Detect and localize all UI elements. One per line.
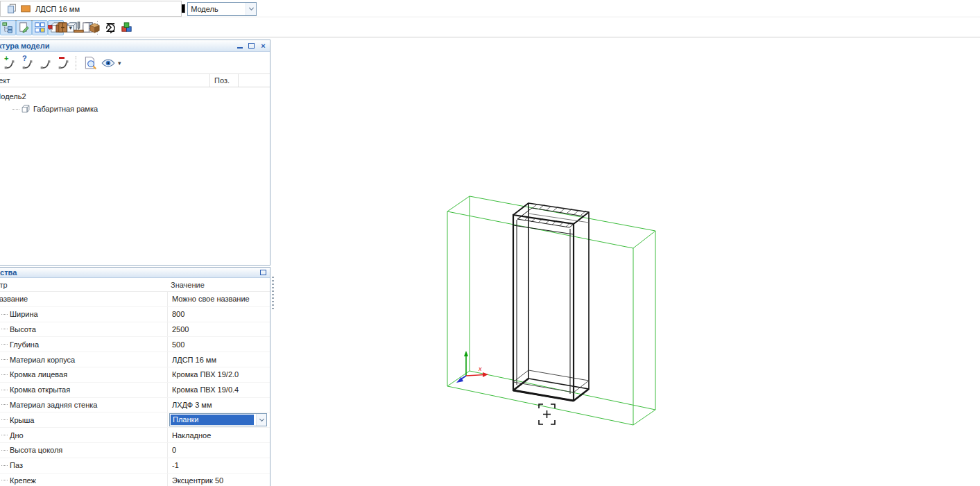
property-name: Материал задняя стенка	[10, 401, 97, 409]
property-row-roof[interactable]: Крыша Планки	[0, 413, 270, 428]
tree-leader	[1, 390, 8, 390]
tree-leader	[1, 314, 8, 315]
property-value: 500	[172, 340, 184, 349]
tree-leader	[1, 480, 8, 480]
property-name: Ширина	[10, 310, 38, 318]
material-copy-icon	[5, 1, 19, 17]
property-value: Кромка ПВХ 19/0.4	[172, 385, 239, 394]
cube-icon	[21, 104, 31, 114]
property-value: 2500	[172, 325, 189, 333]
property-row[interactable]: Глубина 500	[0, 337, 270, 352]
tree-leader	[1, 374, 8, 375]
properties-titlebar[interactable]: Свойства	[0, 268, 270, 278]
drill-tool-button[interactable]	[71, 20, 87, 35]
tree-item-root[interactable]: Модель2	[0, 90, 270, 103]
tree-column-position[interactable]: Поз.	[210, 74, 239, 87]
preview-search-button[interactable]	[81, 54, 99, 72]
roof-dropdown-value: Планки	[171, 415, 254, 425]
tree-leader	[1, 329, 8, 329]
property-value: 800	[172, 310, 184, 318]
column-parameter: Параметр	[0, 281, 167, 289]
properties-panel: Свойства Параметр Значение Название Можн…	[0, 267, 270, 486]
eye-caret-icon[interactable]: ▾	[118, 60, 121, 67]
tree-leader	[1, 419, 8, 420]
property-name: Крепеж	[10, 476, 36, 485]
roof-dropdown[interactable]: Планки	[169, 413, 267, 426]
property-row[interactable]: Дно Накладное	[0, 428, 270, 443]
property-row[interactable]: Паз -1	[0, 458, 270, 474]
panels-grid-toggle-button[interactable]	[32, 20, 48, 35]
properties-toggle-button[interactable]	[16, 20, 32, 35]
property-name: Кромка открытая	[10, 385, 70, 394]
panel-splitter-handle[interactable]	[272, 277, 274, 310]
axis-x-label: x	[478, 365, 482, 372]
bounding-frame-wireframe	[447, 196, 655, 425]
close-icon[interactable]: ×	[258, 42, 268, 51]
tree-leader	[1, 404, 8, 405]
viewport-scene: x	[270, 38, 980, 486]
tree-item-label: Габаритная рамка	[33, 105, 98, 113]
tree-item-label: Модель2	[0, 92, 26, 101]
property-row[interactable]: Название Можно свое название	[0, 292, 270, 307]
model-structure-toolbar: + ? ▾	[0, 52, 270, 74]
property-row[interactable]: Ширина 800	[0, 307, 270, 322]
model-structure-panel: Структура модели × + ? ▾ Объект Поз. Мод…	[0, 40, 270, 266]
chevron-down-icon[interactable]	[256, 414, 266, 426]
property-name: Глубина	[10, 340, 39, 349]
toolbar-row-1: ▾ ▾ Ш 10 ШС 32 Модель Цвет линии ▾	[0, 0, 980, 17]
property-name: Материал корпуса	[10, 356, 75, 364]
model-structure-titlebar[interactable]: Структура модели ×	[0, 40, 270, 52]
assembly-cubes-button[interactable]	[119, 20, 135, 35]
property-row[interactable]: Кромка открытая Кромка ПВХ 19/0.4	[0, 383, 270, 398]
app-window: { "toolbar": { "width_label": "Ш", "widt…	[0, 0, 980, 486]
properties-title: Свойства	[0, 268, 17, 277]
model-structure-toggle-button[interactable]	[0, 20, 16, 35]
material-swatch-icon	[19, 1, 33, 17]
tree-body: Модель2 Габаритная рамка	[0, 87, 270, 115]
property-name: Высота	[10, 325, 36, 333]
model-structure-title: Структура модели	[0, 42, 49, 50]
property-value: -1	[172, 461, 179, 469]
property-name: Название	[0, 295, 28, 303]
minimize-icon[interactable]	[234, 42, 245, 51]
properties-header: Параметр Значение	[0, 278, 270, 292]
property-value: Кромка ПВХ 19/2.0	[172, 370, 239, 379]
property-name: Крыша	[10, 416, 34, 424]
properties-body: Название Можно свое название Ширина 800 …	[0, 292, 270, 486]
tree-leader	[1, 450, 8, 451]
tree-item[interactable]: Габаритная рамка	[0, 103, 270, 115]
property-value: Эксцентрик 50	[172, 476, 223, 485]
viewport-3d-canvas[interactable]: x	[270, 38, 980, 486]
cabinet-wireframe	[513, 203, 589, 401]
package-tool-button[interactable]	[87, 20, 103, 35]
property-name: Высота цоколя	[10, 446, 62, 454]
property-row[interactable]: Крепеж Эксцентрик 50	[0, 474, 270, 486]
summary-sigma-button[interactable]	[103, 20, 119, 35]
object-help-button[interactable]: ?	[20, 54, 38, 72]
tree-column-object[interactable]: Объект	[0, 74, 210, 87]
tree-leader	[1, 359, 8, 360]
current-material-panel[interactable]: ЛДСП 16 мм	[0, 1, 182, 17]
remove-object-button[interactable]	[56, 54, 74, 72]
property-row[interactable]: Кромка лицевая Кромка ПВХ 19/2.0	[0, 367, 270, 383]
maximize-icon[interactable]	[246, 42, 257, 51]
visibility-eye-button[interactable]	[99, 54, 117, 72]
tree-leader	[1, 344, 8, 345]
column-value: Значение	[167, 281, 205, 289]
property-row[interactable]: Материал корпуса ЛДСП 16 мм	[0, 352, 270, 367]
property-name: Дно	[10, 431, 24, 440]
tree-leader	[1, 435, 8, 435]
restore-icon[interactable]	[258, 268, 268, 277]
property-value: Накладное	[172, 431, 211, 440]
chevron-down-icon[interactable]	[246, 3, 256, 15]
edit-object-button[interactable]	[38, 54, 56, 72]
property-row[interactable]: Высота 2500	[0, 322, 270, 338]
cabinet-tool-button[interactable]	[55, 20, 71, 35]
property-row[interactable]: Высота цоколя 0	[0, 443, 270, 458]
layer-combo[interactable]: Модель	[187, 2, 257, 16]
property-row[interactable]: Материал задняя стенка ЛХДФ 3 мм	[0, 398, 270, 413]
add-object-button[interactable]: +	[2, 54, 20, 72]
current-material-label: ЛДСП 16 мм	[35, 5, 174, 13]
property-name: Паз	[10, 461, 23, 469]
tree-header[interactable]: Объект Поз.	[0, 74, 270, 87]
